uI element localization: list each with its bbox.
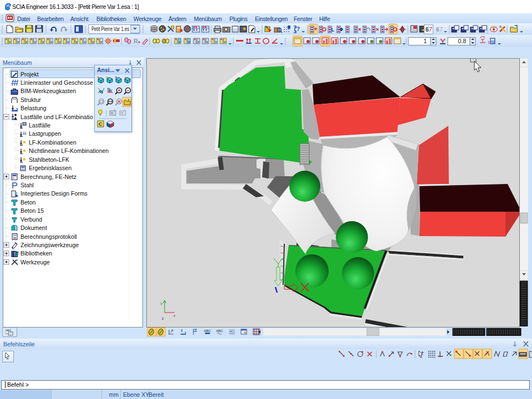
svg-text:ABC: ABC xyxy=(204,329,211,332)
svg-text:Ergebnisklassen: Ergebnisklassen xyxy=(29,165,71,171)
svg-text:R: R xyxy=(134,38,138,44)
svg-text:LF-Kombinationen: LF-Kombinationen xyxy=(29,139,76,146)
svg-text:7: 7 xyxy=(429,27,432,33)
svg-text:Stahlbeton-LFK: Stahlbeton-LFK xyxy=(29,156,69,163)
svg-text:f8: f8 xyxy=(491,39,495,44)
svg-text:Werkzeuge: Werkzeuge xyxy=(21,259,50,265)
svg-text:Y: Y xyxy=(160,302,163,306)
svg-text:7: 7 xyxy=(439,27,443,33)
svg-text:1: 1 xyxy=(488,40,490,45)
svg-text:Linienraster und Geschosse: Linienraster und Geschosse xyxy=(21,79,93,86)
svg-text:Stahl: Stahl xyxy=(21,182,34,188)
svg-text:Lastfälle: Lastfälle xyxy=(29,122,50,129)
svg-text:Belastung: Belastung xyxy=(21,105,47,111)
svg-text:Berechnungsprotokoll: Berechnungsprotokoll xyxy=(21,233,77,240)
svg-text:Beton 15: Beton 15 xyxy=(21,207,44,214)
svg-text:0.8: 0.8 xyxy=(458,38,466,44)
svg-text:Berechnung, FE-Netz: Berechnung, FE-Netz xyxy=(21,173,76,180)
svg-text:Zeichnungswerkzeuge: Zeichnungswerkzeuge xyxy=(21,242,79,248)
svg-text:Dokument: Dokument xyxy=(21,224,47,231)
svg-text:Bibliotheken: Bibliotheken xyxy=(21,250,52,257)
svg-text:Lastgruppen: Lastgruppen xyxy=(29,130,62,137)
svg-text:Beton: Beton xyxy=(21,199,36,206)
svg-text:C: C xyxy=(99,121,103,127)
svg-text:R: R xyxy=(118,100,121,104)
svg-text:Petit Pierre Var 1.es: Petit Pierre Var 1.es xyxy=(91,26,129,32)
svg-text:Verbund: Verbund xyxy=(21,216,42,223)
svg-text:z: z xyxy=(162,316,164,320)
svg-text:?: ? xyxy=(296,26,300,32)
svg-text:Projekt: Projekt xyxy=(21,71,39,78)
svg-text:Integriertes Design Forms: Integriertes Design Forms xyxy=(21,190,88,197)
svg-text:x: x xyxy=(173,314,176,318)
svg-text:Lastfälle und LF-Kombinatio: Lastfälle und LF-Kombinatio xyxy=(21,114,93,120)
svg-text:Struktur: Struktur xyxy=(21,96,41,103)
svg-text:1: 1 xyxy=(423,38,427,44)
svg-text:Nichtlineare LF-Kombinationen: Nichtlineare LF-Kombinationen xyxy=(29,147,109,154)
svg-text:ABC: ABC xyxy=(216,329,223,332)
svg-text:BIM-Werkzeugkasten: BIM-Werkzeugkasten xyxy=(21,88,76,94)
